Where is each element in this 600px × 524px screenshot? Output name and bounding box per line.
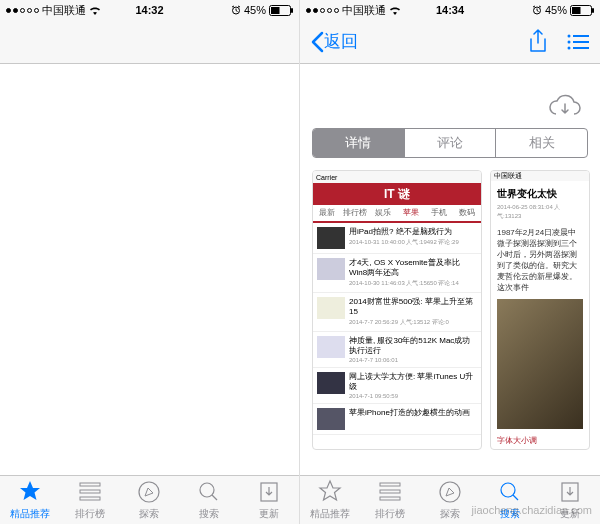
shot-tab-item: 娱乐	[369, 205, 397, 221]
updates-icon	[557, 479, 583, 505]
list-item: 2014财富世界500强: 苹果上升至第152014-7-7 20:56:29 …	[313, 293, 481, 332]
tab-search[interactable]: 搜索	[480, 476, 540, 524]
tab-label: 探索	[440, 507, 460, 521]
tab-label: 搜索	[199, 507, 219, 521]
svg-rect-22	[380, 497, 400, 500]
list-icon	[377, 479, 403, 505]
tab-charts[interactable]: 排行榜	[60, 476, 120, 524]
content-empty	[0, 64, 299, 475]
svg-point-18	[568, 46, 571, 49]
font-size-label: 字体大小调	[497, 435, 583, 446]
phone-right: 中国联通 14:34 45% 返回	[300, 0, 600, 524]
svg-point-24	[501, 483, 515, 497]
share-icon[interactable]	[528, 29, 548, 55]
svg-rect-17	[573, 41, 589, 43]
list-icon	[77, 479, 103, 505]
back-button[interactable]: 返回	[310, 30, 358, 53]
nav-bar	[0, 20, 299, 64]
svg-rect-13	[592, 8, 594, 13]
shot-tab-item: 手机	[425, 205, 453, 221]
clock: 14:32	[135, 4, 163, 16]
shot-header: IT 谜	[313, 183, 481, 205]
list-item: 神质量, 服役30年的512K Mac成功执行运行2014-7-7 10:06:…	[313, 332, 481, 368]
tab-charts[interactable]: 排行榜	[360, 476, 420, 524]
tab-label: 精品推荐	[310, 507, 350, 521]
signal-dots-icon	[6, 8, 39, 13]
phone-left: 中国联通 14:32 45% 精品推荐	[0, 0, 300, 524]
shot-carrier: Carrier	[316, 174, 337, 181]
content-detail: 详情 评论 相关 Carrier IT 谜 最新 排行榜 娱乐 苹果 手机 数码	[300, 64, 600, 475]
tab-featured[interactable]: 精品推荐	[300, 476, 360, 524]
svg-point-14	[568, 34, 571, 37]
svg-rect-15	[573, 35, 589, 37]
svg-point-8	[200, 483, 214, 497]
tab-bar: 精品推荐 排行榜 探索 搜索 更新	[300, 475, 600, 524]
list-item: 苹果iPhone打造的妙趣横生的动画	[313, 404, 481, 435]
tab-explore[interactable]: 探索	[120, 476, 180, 524]
shot-tab-item: 最新	[313, 205, 341, 221]
list-menu-icon[interactable]	[566, 33, 590, 51]
app-screenshot-2: 中国联通 世界变化太快 2014-06-25 08:31:04 人气:13123…	[490, 170, 590, 450]
shot-tab-item: 排行榜	[341, 205, 369, 221]
svg-rect-4	[80, 483, 100, 486]
svg-rect-5	[80, 490, 100, 493]
watermark: jiaocheng.chazidian.com	[472, 504, 592, 516]
svg-rect-19	[573, 47, 589, 49]
tab-label: 探索	[139, 507, 159, 521]
cloud-download-icon[interactable]	[548, 94, 582, 118]
status-bar: 中国联通 14:34 45%	[300, 0, 600, 20]
tab-updates[interactable]: 更新	[540, 476, 600, 524]
segment-comments[interactable]: 评论	[405, 129, 497, 157]
svg-point-7	[139, 482, 159, 502]
svg-point-16	[568, 40, 571, 43]
signal-dots-icon	[306, 8, 339, 13]
svg-rect-6	[80, 497, 100, 500]
segment-detail[interactable]: 详情	[313, 129, 405, 157]
compass-icon	[136, 479, 162, 505]
segment-related[interactable]: 相关	[496, 129, 587, 157]
segmented-control: 详情 评论 相关	[312, 128, 588, 158]
svg-rect-3	[291, 8, 293, 13]
shot-carrier: 中国联通	[494, 171, 522, 181]
tab-label: 排行榜	[75, 507, 105, 521]
wifi-icon	[89, 6, 101, 15]
nav-bar: 返回	[300, 20, 600, 64]
svg-rect-21	[380, 490, 400, 493]
back-label: 返回	[324, 30, 358, 53]
status-bar: 中国联通 14:32 45%	[0, 0, 299, 20]
tab-label: 更新	[259, 507, 279, 521]
tab-featured[interactable]: 精品推荐	[0, 476, 60, 524]
shot-tabs: 最新 排行榜 娱乐 苹果 手机 数码	[313, 205, 481, 223]
tab-updates[interactable]: 更新	[239, 476, 299, 524]
article-body: 1987年2月24日凌晨中微子探测器探测到三个小时后，另外两器探测到了类似的信。…	[497, 227, 583, 293]
clock: 14:34	[436, 4, 464, 16]
tab-bar: 精品推荐 排行榜 探索 搜索 更新	[0, 475, 299, 524]
shot-tab-item: 苹果	[397, 205, 425, 223]
shot-news-list: 用iPad拍照? 绝不是脑残行为2014-10-31 10:40:00 人气:1…	[313, 223, 481, 449]
article-title: 世界变化太快	[497, 187, 583, 201]
battery-pct: 45%	[545, 4, 567, 16]
svg-rect-12	[572, 7, 581, 14]
list-item: 才4天, OS X Yosemite普及率比Win8两年还高2014-10-30…	[313, 254, 481, 293]
battery-pct: 45%	[244, 4, 266, 16]
star-icon	[317, 479, 343, 505]
tab-label: 精品推荐	[10, 507, 50, 521]
app-screenshot-1: Carrier IT 谜 最新 排行榜 娱乐 苹果 手机 数码 用iPad拍照?…	[312, 170, 482, 450]
carrier-label: 中国联通	[42, 3, 86, 18]
svg-point-23	[440, 482, 460, 502]
tab-search[interactable]: 搜索	[179, 476, 239, 524]
screenshots-row[interactable]: Carrier IT 谜 最新 排行榜 娱乐 苹果 手机 数码 用iPad拍照?…	[300, 158, 600, 450]
tab-explore[interactable]: 探索	[420, 476, 480, 524]
search-icon	[196, 479, 222, 505]
svg-rect-2	[271, 7, 280, 14]
shot-tab-item: 数码	[453, 205, 481, 221]
compass-icon	[437, 479, 463, 505]
alarm-icon	[532, 5, 542, 15]
updates-icon	[256, 479, 282, 505]
svg-rect-20	[380, 483, 400, 486]
list-item: 用iPad拍照? 绝不是脑残行为2014-10-31 10:40:00 人气:1…	[313, 223, 481, 254]
list-item: 网上读大学太方便: 苹果iTunes U升级2014-7-1 09:50:59	[313, 368, 481, 404]
battery-icon	[269, 5, 293, 16]
article-image	[497, 299, 583, 429]
carrier-label: 中国联通	[342, 3, 386, 18]
